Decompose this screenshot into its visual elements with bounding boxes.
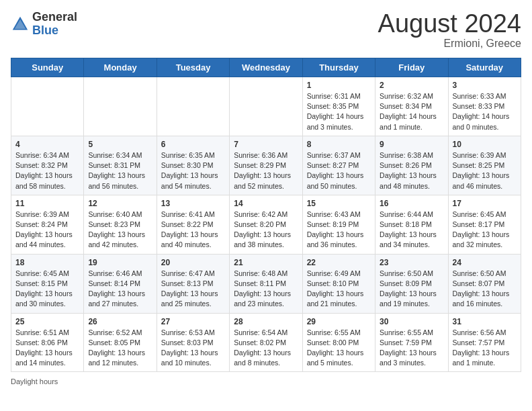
cell-text: Sunrise: 6:54 AMSunset: 8:02 PMDaylight:… <box>234 328 298 369</box>
calendar-cell: 30Sunrise: 6:55 AMSunset: 7:59 PMDayligh… <box>375 313 448 372</box>
day-number: 26 <box>88 317 152 326</box>
calendar-cell: 29Sunrise: 6:55 AMSunset: 8:00 PMDayligh… <box>302 313 375 372</box>
calendar-cell: 13Sunrise: 6:41 AMSunset: 8:22 PMDayligh… <box>157 195 229 254</box>
cell-text: Sunrise: 6:41 AMSunset: 8:22 PMDaylight:… <box>161 210 225 250</box>
day-header-monday: Monday <box>84 58 157 77</box>
cell-text: Sunrise: 6:50 AMSunset: 8:07 PMDaylight:… <box>453 269 517 310</box>
cell-text: Sunrise: 6:56 AMSunset: 7:57 PMDaylight:… <box>453 328 517 369</box>
cell-text: Sunrise: 6:39 AMSunset: 8:24 PMDaylight:… <box>15 210 79 250</box>
calendar-cell: 8Sunrise: 6:37 AMSunset: 8:27 PMDaylight… <box>302 136 375 195</box>
cell-text: Sunrise: 6:49 AMSunset: 8:10 PMDaylight:… <box>307 269 371 310</box>
cell-text: Sunrise: 6:39 AMSunset: 8:25 PMDaylight:… <box>453 150 517 191</box>
calendar-cell: 6Sunrise: 6:35 AMSunset: 8:30 PMDaylight… <box>157 136 229 195</box>
day-header-wednesday: Wednesday <box>230 58 302 77</box>
calendar-cell: 19Sunrise: 6:46 AMSunset: 8:14 PMDayligh… <box>84 254 157 313</box>
day-number: 6 <box>161 140 225 149</box>
day-number: 19 <box>88 258 152 267</box>
day-number: 21 <box>234 258 298 267</box>
cell-text: Sunrise: 6:55 AMSunset: 7:59 PMDaylight:… <box>380 328 443 369</box>
day-number: 1 <box>307 81 371 90</box>
cell-text: Sunrise: 6:38 AMSunset: 8:26 PMDaylight:… <box>380 150 443 191</box>
location-subtitle: Ermioni, Greece <box>378 38 521 50</box>
cell-text: Sunrise: 6:42 AMSunset: 8:20 PMDaylight:… <box>234 210 298 250</box>
cell-text: Sunrise: 6:45 AMSunset: 8:17 PMDaylight:… <box>453 210 517 250</box>
calendar-cell: 21Sunrise: 6:48 AMSunset: 8:11 PMDayligh… <box>230 254 302 313</box>
footer: Daylight hours <box>11 377 521 385</box>
day-number: 12 <box>88 199 152 208</box>
day-header-friday: Friday <box>375 58 448 77</box>
calendar-cell: 23Sunrise: 6:50 AMSunset: 8:09 PMDayligh… <box>375 254 448 313</box>
calendar-cell: 25Sunrise: 6:51 AMSunset: 8:06 PMDayligh… <box>11 313 84 372</box>
week-row-1: 4Sunrise: 6:34 AMSunset: 8:32 PMDaylight… <box>11 136 521 195</box>
day-number: 20 <box>161 258 225 267</box>
calendar-cell: 24Sunrise: 6:50 AMSunset: 8:07 PMDayligh… <box>448 254 521 313</box>
calendar-cell: 2Sunrise: 6:32 AMSunset: 8:34 PMDaylight… <box>375 77 448 136</box>
cell-text: Sunrise: 6:43 AMSunset: 8:19 PMDaylight:… <box>307 210 371 250</box>
cell-text: Sunrise: 6:40 AMSunset: 8:23 PMDaylight:… <box>88 210 152 250</box>
page-header: General Blue August 2024 Ermioni, Greece <box>11 11 521 50</box>
day-header-tuesday: Tuesday <box>157 58 229 77</box>
cell-text: Sunrise: 6:50 AMSunset: 8:09 PMDaylight:… <box>380 269 443 310</box>
cell-text: Sunrise: 6:48 AMSunset: 8:11 PMDaylight:… <box>234 269 298 310</box>
calendar-cell <box>11 77 84 136</box>
day-number: 17 <box>453 199 517 208</box>
calendar-cell: 17Sunrise: 6:45 AMSunset: 8:17 PMDayligh… <box>448 195 521 254</box>
day-number: 30 <box>380 317 443 326</box>
week-row-3: 18Sunrise: 6:45 AMSunset: 8:15 PMDayligh… <box>11 254 521 313</box>
cell-text: Sunrise: 6:44 AMSunset: 8:18 PMDaylight:… <box>380 210 443 250</box>
cell-text: Sunrise: 6:36 AMSunset: 8:29 PMDaylight:… <box>234 150 298 191</box>
day-number: 4 <box>15 140 79 149</box>
day-number: 25 <box>15 317 79 326</box>
cell-text: Sunrise: 6:55 AMSunset: 8:00 PMDaylight:… <box>307 328 371 369</box>
calendar-cell: 31Sunrise: 6:56 AMSunset: 7:57 PMDayligh… <box>448 313 521 372</box>
cell-text: Sunrise: 6:45 AMSunset: 8:15 PMDaylight:… <box>15 269 79 310</box>
day-number: 7 <box>234 140 298 149</box>
calendar-cell <box>84 77 157 136</box>
week-row-2: 11Sunrise: 6:39 AMSunset: 8:24 PMDayligh… <box>11 195 521 254</box>
calendar-cell: 20Sunrise: 6:47 AMSunset: 8:13 PMDayligh… <box>157 254 229 313</box>
day-number: 11 <box>15 199 79 208</box>
cell-text: Sunrise: 6:32 AMSunset: 8:34 PMDaylight:… <box>380 91 443 132</box>
cell-text: Sunrise: 6:51 AMSunset: 8:06 PMDaylight:… <box>15 328 79 369</box>
cell-text: Sunrise: 6:34 AMSunset: 8:31 PMDaylight:… <box>88 150 152 191</box>
calendar-cell: 5Sunrise: 6:34 AMSunset: 8:31 PMDaylight… <box>84 136 157 195</box>
day-header-thursday: Thursday <box>302 58 375 77</box>
day-number: 16 <box>380 199 443 208</box>
calendar-cell: 9Sunrise: 6:38 AMSunset: 8:26 PMDaylight… <box>375 136 448 195</box>
cell-text: Sunrise: 6:33 AMSunset: 8:33 PMDaylight:… <box>453 91 517 132</box>
calendar-cell: 15Sunrise: 6:43 AMSunset: 8:19 PMDayligh… <box>302 195 375 254</box>
day-number: 29 <box>307 317 371 326</box>
day-number: 13 <box>161 199 225 208</box>
cell-text: Sunrise: 6:46 AMSunset: 8:14 PMDaylight:… <box>88 269 152 310</box>
day-number: 23 <box>380 258 443 267</box>
day-number: 24 <box>453 258 517 267</box>
calendar-cell: 7Sunrise: 6:36 AMSunset: 8:29 PMDaylight… <box>230 136 302 195</box>
month-year-title: August 2024 <box>378 11 521 36</box>
day-number: 2 <box>380 81 443 90</box>
calendar-table: SundayMondayTuesdayWednesdayThursdayFrid… <box>11 58 521 372</box>
calendar-cell <box>157 77 229 136</box>
week-row-0: 1Sunrise: 6:31 AMSunset: 8:35 PMDaylight… <box>11 77 521 136</box>
day-number: 8 <box>307 140 371 149</box>
calendar-cell: 26Sunrise: 6:52 AMSunset: 8:05 PMDayligh… <box>84 313 157 372</box>
cell-text: Sunrise: 6:52 AMSunset: 8:05 PMDaylight:… <box>88 328 152 369</box>
day-number: 22 <box>307 258 371 267</box>
day-number: 14 <box>234 199 298 208</box>
day-header-saturday: Saturday <box>448 58 521 77</box>
day-number: 18 <box>15 258 79 267</box>
footer-text: Daylight hours <box>11 377 58 385</box>
calendar-cell: 27Sunrise: 6:53 AMSunset: 8:03 PMDayligh… <box>157 313 229 372</box>
logo-text: General Blue <box>32 11 77 38</box>
title-block: August 2024 Ermioni, Greece <box>378 11 521 50</box>
calendar-cell: 22Sunrise: 6:49 AMSunset: 8:10 PMDayligh… <box>302 254 375 313</box>
day-number: 3 <box>453 81 517 90</box>
day-number: 28 <box>234 317 298 326</box>
week-row-4: 25Sunrise: 6:51 AMSunset: 8:06 PMDayligh… <box>11 313 521 372</box>
day-number: 27 <box>161 317 225 326</box>
cell-text: Sunrise: 6:31 AMSunset: 8:35 PMDaylight:… <box>307 91 371 132</box>
calendar-cell: 4Sunrise: 6:34 AMSunset: 8:32 PMDaylight… <box>11 136 84 195</box>
day-number: 5 <box>88 140 152 149</box>
calendar-cell: 28Sunrise: 6:54 AMSunset: 8:02 PMDayligh… <box>230 313 302 372</box>
day-number: 9 <box>380 140 443 149</box>
logo-icon <box>11 15 30 34</box>
